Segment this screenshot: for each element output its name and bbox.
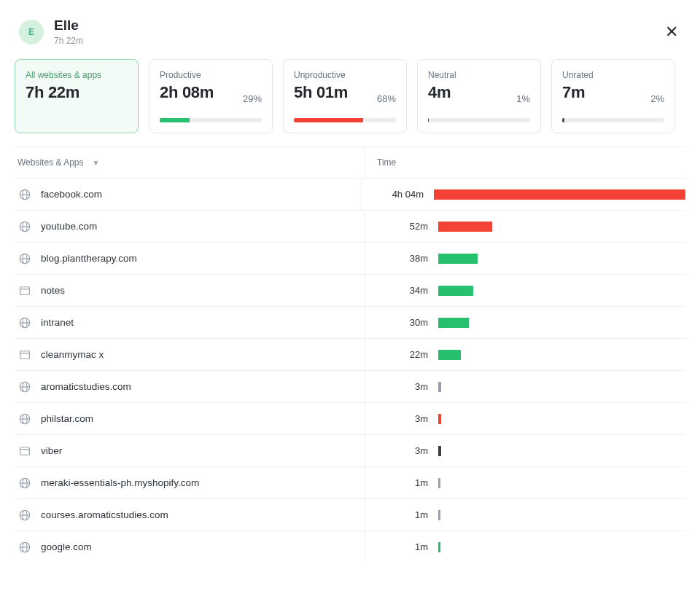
globe-icon: [18, 540, 32, 555]
row-site-name: google.com: [41, 541, 92, 552]
row-bar-cell: [438, 510, 685, 520]
summary-card-unrated[interactable]: Unrated7m2%: [551, 59, 675, 133]
summary-card-productive[interactable]: Productive2h 08m29%: [149, 59, 273, 133]
row-bar: [438, 286, 473, 296]
table-row[interactable]: blog.planttherapy.com38m: [15, 242, 685, 274]
table-row[interactable]: cleanmymac x22m: [15, 338, 685, 370]
row-bar-cell: [438, 222, 685, 232]
globe-icon: [18, 380, 32, 394]
row-time: 3m: [365, 445, 438, 456]
column-label: Time: [377, 157, 396, 168]
row-site-name: youtube.com: [41, 221, 97, 232]
table-row[interactable]: youtube.com52m: [15, 210, 685, 242]
table-row[interactable]: facebook.com4h 04m: [15, 178, 685, 210]
card-value: 7h 22m: [26, 83, 128, 102]
app-window-icon: [18, 444, 32, 458]
row-site-name: blog.planttherapy.com: [41, 253, 137, 264]
row-site-name-cell: google.com: [15, 540, 365, 555]
row-bar-cell: [438, 318, 685, 328]
card-progress: [562, 118, 664, 122]
user-avatar: E: [19, 20, 44, 44]
row-site-name-cell: cleanmymac x: [15, 348, 365, 362]
globe-icon: [18, 219, 32, 234]
row-site-name-cell: youtube.com: [15, 219, 365, 234]
app-window-icon: [18, 283, 32, 298]
row-site-name-cell: aromaticstudies.com: [15, 380, 365, 394]
row-site-name-cell: blog.planttherapy.com: [15, 251, 365, 266]
summary-card-all[interactable]: All websites & apps7h 22m: [15, 59, 139, 133]
table-row[interactable]: aromaticstudies.com3m: [15, 370, 685, 402]
row-time: 3m: [365, 413, 438, 424]
table-row[interactable]: intranet30m: [15, 306, 685, 338]
globe-icon: [18, 508, 32, 522]
row-bar-cell: [438, 286, 685, 296]
row-site-name-cell: viber: [15, 444, 365, 458]
row-site-name-cell: courses.aromaticstudies.com: [15, 508, 365, 522]
card-label: Productive: [160, 70, 262, 80]
table-row[interactable]: meraki-essentials-ph.myshopify.com1m: [15, 466, 685, 498]
row-time: 1m: [365, 509, 438, 520]
modal-header: E Elle 7h 22m ✕: [15, 13, 685, 59]
column-sites-apps[interactable]: Websites & Apps ▼: [15, 157, 365, 168]
summary-cards: All websites & apps7h 22mProductive2h 08…: [15, 59, 685, 133]
row-bar: [438, 318, 469, 328]
row-bar: [438, 510, 440, 520]
row-bar-cell: [438, 414, 685, 424]
user-name: Elle: [54, 17, 83, 34]
card-label: Neutral: [428, 70, 530, 80]
card-value: 4m: [428, 83, 530, 102]
row-bar-cell: [438, 542, 685, 552]
globe-icon: [18, 251, 32, 266]
card-label: All websites & apps: [26, 70, 128, 80]
card-label: Unproductive: [294, 70, 396, 80]
summary-card-unproductive[interactable]: Unproductive5h 01m68%: [283, 59, 407, 133]
row-time: 3m: [365, 381, 438, 392]
table-row[interactable]: google.com1m: [15, 531, 685, 563]
activity-table: Websites & Apps ▼ Time facebook.com4h 04…: [15, 146, 685, 563]
row-site-name: cleanmymac x: [41, 349, 104, 360]
user-identity: E Elle 7h 22m: [19, 17, 83, 46]
table-row[interactable]: viber3m: [15, 434, 685, 466]
row-site-name: viber: [41, 445, 62, 456]
sort-caret-icon: ▼: [93, 159, 100, 167]
row-site-name: facebook.com: [41, 189, 102, 200]
close-button[interactable]: ✕: [662, 21, 681, 43]
column-label: Websites & Apps: [18, 157, 84, 168]
globe-icon: [18, 412, 32, 426]
row-time: 34m: [365, 285, 438, 296]
row-site-name-cell: intranet: [15, 316, 365, 330]
row-site-name: philstar.com: [41, 413, 93, 424]
card-progress: [294, 118, 396, 122]
row-site-name: meraki-essentials-ph.myshopify.com: [41, 477, 199, 488]
table-row[interactable]: philstar.com3m: [15, 402, 685, 434]
table-row[interactable]: courses.aromaticstudies.com1m: [15, 498, 685, 531]
column-time[interactable]: Time: [365, 157, 396, 168]
card-percent: 29%: [243, 93, 262, 104]
row-time: 1m: [365, 541, 438, 552]
table-header: Websites & Apps ▼ Time: [15, 147, 685, 178]
globe-icon: [18, 316, 32, 330]
row-site-name: notes: [41, 285, 65, 296]
row-site-name-cell: meraki-essentials-ph.myshopify.com: [15, 476, 365, 490]
row-bar-cell: [438, 446, 685, 456]
row-time: 38m: [365, 253, 438, 264]
card-value: 7m: [562, 83, 664, 102]
row-time: 52m: [365, 221, 438, 232]
user-total-time: 7h 22m: [54, 36, 83, 46]
row-bar: [438, 350, 461, 360]
table-body: facebook.com4h 04myoutube.com52mblog.pla…: [15, 178, 685, 563]
row-time: 1m: [365, 477, 438, 488]
card-percent: 68%: [377, 93, 396, 104]
row-time: 30m: [365, 317, 438, 328]
card-percent: 2%: [650, 93, 664, 104]
row-time: 22m: [365, 349, 438, 360]
table-row[interactable]: notes34m: [15, 274, 685, 306]
row-bar-cell: [438, 478, 685, 488]
row-site-name-cell: notes: [15, 283, 365, 298]
card-progress: [160, 118, 262, 122]
row-bar: [438, 382, 441, 392]
row-bar: [434, 189, 685, 200]
summary-card-neutral[interactable]: Neutral4m1%: [417, 59, 541, 133]
row-site-name: courses.aromaticstudies.com: [41, 509, 168, 520]
row-bar: [438, 478, 440, 488]
